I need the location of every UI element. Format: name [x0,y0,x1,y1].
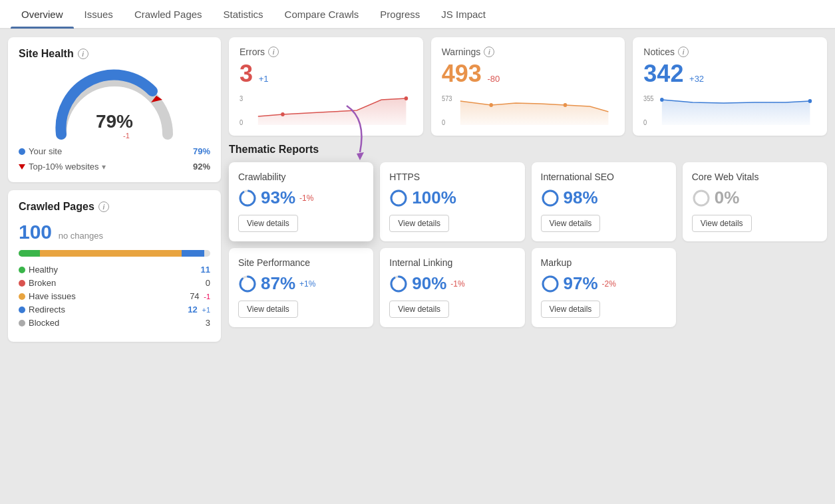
main-content: Site Health i 79% -1 [0,29,835,504]
pb-redirects [182,250,205,257]
warnings-info-icon[interactable]: i [484,47,494,57]
errors-chart: 3 0 [240,93,413,126]
report-international-seo: International SEO 98% View details [532,162,676,241]
svg-point-21 [543,191,558,205]
warnings-title: Warnings i [442,47,615,57]
crawled-pages-title: Crawled Pages i [19,201,210,213]
svg-point-9 [489,103,493,107]
top10-chevron-icon[interactable]: ▾ [102,162,106,172]
pb-issues [40,250,182,257]
thematic-reports-title: Thematic Reports [229,144,827,156]
warnings-chart: 573 0 [442,93,615,126]
crawled-no-changes: no changes [59,231,103,241]
markup-circle-icon [541,275,560,293]
report-site-performance: Site Performance 87% +1% View details [229,248,373,327]
internal-linking-view-details-btn[interactable]: View details [389,301,449,318]
svg-point-6 [405,96,409,100]
errors-value: 3 [240,60,253,87]
site-performance-view-details-btn[interactable]: View details [238,301,298,318]
top-navigation: Overview Issues Crawled Pages Statistics… [0,0,835,29]
redirects-dot [19,307,25,313]
core-web-vitals-circle-icon [692,189,711,207]
svg-text:355: 355 [643,95,653,102]
healthy-dot [19,267,25,273]
top10-value: 92% [193,162,210,172]
nav-js-impact[interactable]: JS Impact [430,0,496,29]
legend-blocked: Blocked 3 [19,318,210,328]
crawlability-circle-icon [238,189,257,207]
crawlability-view-details-btn[interactable]: View details [238,215,298,232]
core-web-vitals-view-details-btn[interactable]: View details [692,215,752,232]
https-view-details-btn[interactable]: View details [389,215,449,232]
crawled-pages-info-icon[interactable]: i [98,201,109,212]
notices-info-icon[interactable]: i [678,47,689,57]
notices-card: Notices i 342 +32 355 [633,37,827,136]
nav-crawled-pages[interactable]: Crawled Pages [124,0,213,29]
crawled-pages-card: Crawled Pages i 100 no changes Healthy 1… [8,190,221,342]
reports-grid-row2: Site Performance 87% +1% View details In… [229,248,827,327]
thematic-reports-section: Thematic Reports Crawlability [229,144,827,327]
warnings-card: Warnings i 493 -80 57 [431,37,625,136]
errors-info-icon[interactable]: i [268,47,279,57]
nav-issues[interactable]: Issues [74,0,124,29]
svg-point-19 [391,191,406,205]
site-health-title: Site Health i [19,48,210,60]
legend-healthy: Healthy 11 [19,265,210,275]
nav-compare-crawls[interactable]: Compare Crawls [274,0,370,29]
report-internal-linking: Internal Linking 90% -1% View details [380,248,524,327]
gauge-chart: 79% -1 [48,68,181,141]
left-panel: Site Health i 79% -1 [8,37,221,496]
reports-grid-row1: Crawlability 93% -1% View details HTTPS [229,162,827,241]
notices-value: 342 [643,60,683,87]
svg-point-26 [391,277,406,291]
pb-healthy [19,250,40,257]
legend-redirects: Redirects 12 +1 [19,305,210,315]
svg-point-17 [240,191,255,205]
site-performance-circle-icon [238,275,257,293]
errors-value-row: 3 +1 [240,60,413,88]
broken-dot [19,280,25,287]
international-seo-circle-icon [541,189,560,207]
your-site-dot [19,148,25,155]
crawled-count-row: 100 no changes [19,221,210,243]
metrics-row: Errors i 3 +1 3 [229,37,827,136]
errors-card: Errors i 3 +1 3 [229,37,423,136]
svg-text:0: 0 [442,119,445,126]
svg-point-14 [808,99,812,103]
errors-delta: +1 [259,74,269,84]
markup-view-details-btn[interactable]: View details [541,301,601,318]
report-core-web-vitals: Core Web Vitals 0% View details [683,162,827,241]
errors-title: Errors i [240,47,413,57]
crawled-count: 100 [19,221,52,243]
your-site-value: 79% [193,146,210,156]
gauge-container: 79% -1 [19,68,210,141]
nav-statistics[interactable]: Statistics [213,0,274,29]
svg-point-22 [694,191,709,205]
gauge-your-site-row: Your site 79% [19,146,210,156]
svg-text:573: 573 [442,95,452,102]
notices-title: Notices i [643,47,816,57]
site-health-card: Site Health i 79% -1 [8,37,221,182]
svg-point-28 [543,277,558,291]
international-seo-view-details-btn[interactable]: View details [541,215,601,232]
right-panel: Errors i 3 +1 3 [229,37,827,496]
legend-broken: Broken 0 [19,278,210,288]
report-markup: Markup 97% -2% View details [532,248,676,327]
warnings-delta: -80 [487,74,500,84]
warnings-value: 493 [442,60,482,87]
gauge-top10-row: Top-10% websites ▾ 92% [19,162,210,172]
svg-point-24 [240,277,255,291]
warnings-value-row: 493 -80 [442,60,615,88]
legend-have-issues: Have issues 74 -1 [19,291,210,301]
svg-text:-1: -1 [123,132,130,140]
notices-value-row: 342 +32 [643,60,816,88]
svg-point-10 [563,103,567,107]
nav-progress[interactable]: Progress [369,0,430,29]
notices-chart: 355 0 [643,93,816,126]
svg-text:3: 3 [240,95,243,102]
report-crawlability: Crawlability 93% -1% View details [229,162,373,241]
nav-overview[interactable]: Overview [11,0,74,29]
notices-delta: +32 [689,74,704,84]
svg-text:0: 0 [240,119,243,126]
site-health-info-icon[interactable]: i [78,49,88,59]
